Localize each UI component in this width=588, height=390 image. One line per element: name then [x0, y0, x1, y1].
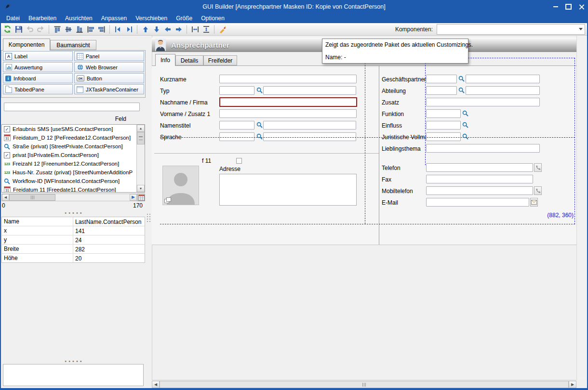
list-item[interactable]: Haus-Nr. Zusatz (privat) [StreetNumberAd…	[2, 168, 145, 177]
namenstitel-code-input[interactable]	[219, 121, 254, 130]
refresh-icon[interactable]	[2, 24, 13, 35]
search-icon[interactable]	[462, 110, 468, 117]
scrollbar-thumb[interactable]	[9, 194, 55, 201]
palette-item-jxtaskpanecontainer[interactable]: JXTaskPaneContainer	[74, 84, 144, 94]
undo-icon[interactable]	[24, 24, 35, 35]
menu-verschieben[interactable]: Verschieben	[131, 14, 172, 23]
menu-ausrichten[interactable]: Ausrichten	[61, 14, 97, 23]
scroll-left-icon[interactable]: ◀	[2, 194, 9, 201]
typ-text-input[interactable]	[263, 86, 356, 95]
telefon-input[interactable]	[426, 163, 533, 172]
menu-groesse[interactable]: Größe	[172, 14, 197, 23]
sprache-code-input[interactable]	[219, 132, 254, 141]
lieblingsthema-input[interactable]	[426, 144, 540, 153]
scrollbar-thumb[interactable]	[137, 132, 145, 144]
redo-icon[interactable]	[35, 24, 46, 35]
tab-baumansicht[interactable]: Baumansicht	[50, 40, 96, 50]
scroll-down-icon[interactable]: ▼	[137, 185, 145, 192]
tab-details[interactable]: Details	[175, 55, 203, 65]
palette-item-infoboard[interactable]: Infoboard	[3, 73, 73, 83]
tab-freifelder[interactable]: Freifelder	[203, 55, 237, 65]
komponenten-combobox[interactable]	[437, 24, 585, 35]
list-item[interactable]: privat [IsPrivateEm.ContactPerson]	[2, 151, 145, 159]
distribute-horizontal-icon[interactable]	[189, 24, 200, 35]
list-item[interactable]: Workflow-ID [WFInstanceId.ContactPerson]	[2, 177, 145, 185]
funktion-input[interactable]	[426, 109, 461, 118]
save-icon[interactable]	[13, 24, 24, 35]
align-top-icon[interactable]	[52, 24, 63, 35]
panel-splitter[interactable]	[147, 210, 151, 225]
list-item[interactable]: Erlaubnis SMS [useSMS.ContactPerson]	[2, 125, 145, 133]
align-middle-icon[interactable]	[63, 24, 74, 35]
list-item[interactable]: Freizahl 12 [Freenumber12.ContactPerson]	[2, 159, 145, 168]
palette-item-button[interactable]: Button	[74, 73, 144, 83]
move-right-icon[interactable]	[173, 24, 184, 35]
phone-icon[interactable]	[534, 186, 542, 195]
search-icon[interactable]	[462, 121, 468, 128]
palette-item-tabbedpane[interactable]: TabbedPane	[3, 84, 73, 94]
search-icon[interactable]	[256, 133, 263, 140]
tab-info[interactable]: Info	[155, 54, 175, 66]
maximize-button[interactable]	[562, 1, 575, 12]
typ-code-input[interactable]	[219, 86, 254, 95]
field-list-horizontal-scrollbar[interactable]: ◀ ▶	[1, 194, 137, 201]
menu-bearbeiten[interactable]: Bearbeiten	[24, 14, 61, 23]
field-filter-input[interactable]	[4, 103, 140, 111]
geschaeftspartner-code-input[interactable]	[426, 75, 457, 83]
mobiltelefon-input[interactable]	[426, 186, 533, 195]
sprache-text-input[interactable]	[263, 132, 356, 141]
search-icon[interactable]	[458, 75, 465, 82]
einfluss-input[interactable]	[426, 121, 461, 130]
juristische-vollmacht-input[interactable]	[426, 132, 461, 141]
field-list-vertical-scrollbar[interactable]: ▲ ▼	[136, 125, 145, 192]
palette-item-auswertung[interactable]: Auswertung	[3, 62, 73, 72]
palette-item-panel[interactable]: Panel	[74, 51, 144, 61]
fax-input[interactable]	[426, 175, 533, 183]
list-item[interactable]: Freidatum 11 [Freedate11.ContactPerson]	[2, 185, 145, 193]
tab-komponenten[interactable]: Komponenten	[3, 39, 50, 51]
scroll-right-icon[interactable]: ▶	[130, 194, 137, 201]
align-left-icon[interactable]	[85, 24, 96, 35]
vorname-input[interactable]	[219, 109, 357, 118]
abteilung-text-input[interactable]	[466, 86, 540, 95]
splitter-handle[interactable]: •••••	[0, 211, 148, 215]
minimize-button[interactable]	[549, 1, 562, 12]
namenstitel-text-input[interactable]	[263, 121, 356, 130]
search-icon[interactable]	[256, 121, 263, 128]
move-down-icon[interactable]	[151, 24, 162, 35]
indent-right-icon[interactable]	[123, 24, 134, 35]
table-view-button[interactable]	[137, 194, 145, 201]
align-right-icon[interactable]	[96, 24, 107, 35]
search-icon[interactable]	[462, 133, 468, 140]
palette-item-web-browser[interactable]: Web Browser	[74, 62, 144, 72]
zusatz-input[interactable]	[426, 98, 540, 106]
phone-icon[interactable]	[534, 163, 542, 172]
move-left-icon[interactable]	[162, 24, 173, 35]
list-item[interactable]: Freidatum_D 12 [PeFreedate12.ContactPers…	[2, 133, 145, 142]
indent-left-icon[interactable]	[112, 24, 123, 35]
scroll-up-icon[interactable]: ▲	[137, 125, 145, 132]
search-icon[interactable]	[458, 87, 465, 93]
canvas-horizontal-scrollbar[interactable]: ◀ ▶	[152, 380, 576, 388]
menu-anpassen[interactable]: Anpassen	[97, 14, 131, 23]
menu-datei[interactable]: Datei	[2, 14, 24, 23]
list-item[interactable]: Straße (privat) [StreetPrivate.ContactPe…	[2, 142, 145, 151]
adresse-textarea[interactable]	[219, 174, 357, 206]
menu-optionen[interactable]: Optionen	[197, 14, 229, 23]
move-up-icon[interactable]	[140, 24, 151, 35]
abteilung-code-input[interactable]	[426, 86, 457, 95]
close-button[interactable]	[575, 1, 588, 12]
search-icon[interactable]	[256, 87, 263, 93]
nachname-input-selected[interactable]	[219, 97, 357, 107]
vertical-scrollbar-track[interactable]	[576, 36, 587, 380]
kurzname-input[interactable]	[219, 75, 357, 83]
scroll-left-icon[interactable]: ◀	[152, 381, 160, 388]
align-bottom-icon[interactable]	[74, 24, 85, 35]
email-icon[interactable]	[530, 198, 538, 207]
scrollbar-thumb[interactable]	[160, 381, 569, 388]
photo-placeholder[interactable]	[162, 166, 199, 205]
palette-item-label[interactable]: Label	[3, 51, 73, 61]
geschaeftspartner-text-input[interactable]	[466, 75, 540, 83]
distribute-vertical-icon[interactable]	[200, 24, 212, 35]
cleanup-icon[interactable]	[217, 24, 228, 35]
